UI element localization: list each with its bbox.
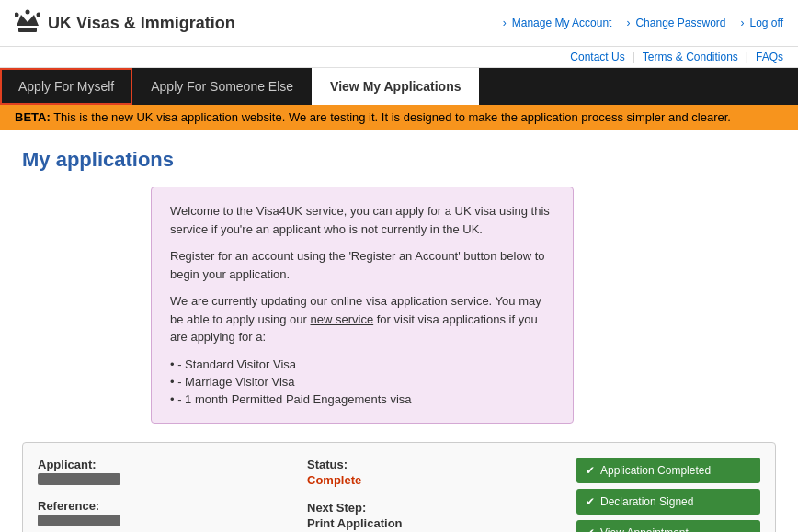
applicant-value (38, 473, 289, 488)
action-buttons-col: ✔ Application Completed ✔ Declaration Si… (576, 458, 760, 533)
visa-type-list: • - Standard Visitor Visa • - Marriage V… (170, 356, 554, 408)
manage-account-link[interactable]: Manage My Account (512, 17, 612, 29)
view-appointment-btn[interactable]: ✔ View Appointment (576, 520, 760, 533)
svg-marker-1 (17, 15, 39, 26)
reference-value (38, 515, 289, 529)
applicant-info-col: Applicant: Reference: Travel Date: 14 Ap… (38, 458, 289, 533)
tab-apply-myself[interactable]: Apply For Myself (0, 68, 132, 105)
top-nav: UK Visas & Immigration › Manage My Accou… (0, 0, 798, 47)
terms-link[interactable]: Terms & Conditions (643, 51, 738, 63)
tab-nav: Apply For Myself Apply For Someone Else … (0, 68, 798, 105)
next-step-label: Next Step: (307, 501, 558, 515)
checkmark-icon: ✔ (586, 464, 595, 477)
beta-label: BETA: (15, 110, 51, 124)
svg-point-3 (26, 10, 30, 15)
info-para-1: Welcome to the Visa4UK service, you can … (170, 202, 554, 238)
top-nav-links: › Manage My Account › Change Password › … (503, 17, 783, 29)
declaration-signed-btn[interactable]: ✔ Declaration Signed (576, 489, 760, 515)
info-para-2: Register for an account using the 'Regis… (170, 247, 554, 283)
page-content: My applications Welcome to the Visa4UK s… (0, 130, 798, 532)
list-item: • - Marriage Visitor Visa (170, 373, 554, 391)
svg-rect-0 (18, 28, 37, 32)
change-password-link[interactable]: Change Password (635, 17, 725, 29)
list-item: • - 1 month Permitted Paid Engagements v… (170, 391, 554, 408)
logo-area: UK Visas & Immigration (15, 6, 235, 40)
page-title: My applications (22, 148, 776, 172)
log-off-link[interactable]: Log off (750, 17, 783, 29)
info-para-3: We are currently updating our online vis… (170, 292, 554, 346)
checkmark-icon: ✔ (586, 495, 595, 508)
beta-banner: BETA: This is the new UK visa applicatio… (0, 105, 798, 130)
secondary-nav: Contact Us | Terms & Conditions | FAQs (0, 47, 798, 68)
new-service-link[interactable]: new service (311, 312, 374, 326)
site-title: UK Visas & Immigration (48, 14, 235, 33)
status-col: Status: Complete Next Step: Print Applic… (307, 458, 558, 533)
applicant-label: Applicant: (38, 458, 289, 471)
tab-apply-someone-else[interactable]: Apply For Someone Else (132, 68, 312, 105)
reference-label: Reference: (38, 499, 289, 513)
application-card: Applicant: Reference: Travel Date: 14 Ap… (22, 442, 776, 533)
faqs-link[interactable]: FAQs (756, 51, 783, 63)
svg-point-2 (15, 13, 19, 17)
application-completed-btn[interactable]: ✔ Application Completed (576, 458, 760, 483)
crown-icon (15, 6, 40, 40)
next-step-value: Print Application (307, 516, 558, 530)
svg-point-4 (37, 13, 41, 17)
contact-us-link[interactable]: Contact Us (570, 51, 624, 63)
info-box: Welcome to the Visa4UK service, you can … (151, 187, 574, 424)
status-value: Complete (307, 473, 558, 487)
beta-text: This is the new UK visa application webs… (51, 110, 731, 124)
checkmark-icon: ✔ (586, 526, 595, 533)
tab-view-applications[interactable]: View My Applications (312, 68, 479, 105)
status-label: Status: (307, 458, 558, 471)
list-item: • - Standard Visitor Visa (170, 356, 554, 373)
